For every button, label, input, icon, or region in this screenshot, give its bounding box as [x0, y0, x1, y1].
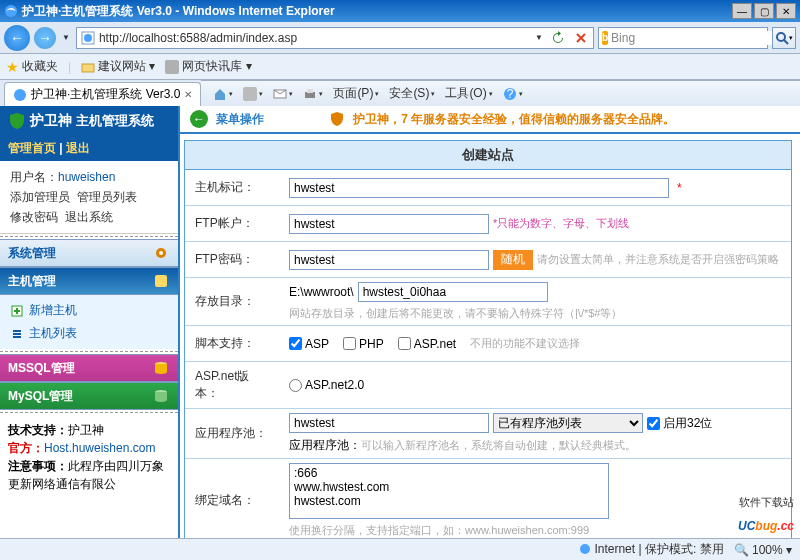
ftp-pwd-input[interactable]: [289, 250, 489, 270]
address-dropdown[interactable]: ▼: [533, 33, 545, 42]
script-hint: 不用的功能不建议选择: [470, 336, 580, 351]
tools-menu[interactable]: 工具(O)▾: [445, 85, 492, 102]
maximize-button[interactable]: ▢: [754, 3, 774, 19]
admin-list-link[interactable]: 管理员列表: [77, 190, 137, 204]
favorites-label: 收藏夹: [22, 58, 58, 75]
required-icon: *: [677, 181, 682, 195]
new-host-link[interactable]: 新增主机: [10, 299, 168, 322]
host-mark-input[interactable]: [289, 178, 669, 198]
user-info-block: 用户名：huweishen 添加管理员 管理员列表 修改密码 退出系统: [0, 161, 178, 234]
refresh-button[interactable]: [548, 28, 568, 48]
sidebar: 护卫神 主机管理系统 管理首页 | 退出 用户名：huweishen 添加管理员…: [0, 106, 180, 538]
form-title: 创建站点: [185, 141, 791, 170]
server-icon: [152, 272, 170, 290]
internet-zone: Internet | 保护模式: 禁用: [579, 541, 724, 558]
ftp-user-input[interactable]: [289, 214, 489, 234]
svg-rect-7: [243, 87, 257, 101]
home-button[interactable]: ▾: [213, 87, 233, 101]
search-bar: b Bing: [598, 27, 768, 49]
globe-icon: [579, 543, 591, 555]
db-icon-2: [152, 387, 170, 405]
sidebar-cat-mysql[interactable]: MySQL管理: [0, 382, 178, 410]
address-bar: ▼: [76, 27, 594, 49]
svg-point-3: [777, 33, 785, 41]
aspnet2-radio[interactable]: ASP.net2.0: [289, 378, 364, 392]
ftp-user-label: FTP帐户：: [185, 209, 281, 238]
history-dropdown[interactable]: ▼: [60, 33, 72, 42]
suggested-sites-link[interactable]: 建议网站 ▾: [81, 58, 155, 75]
brand-name: 护卫神: [30, 112, 72, 130]
random-button[interactable]: 随机: [493, 250, 533, 270]
nav-home-link[interactable]: 管理首页: [8, 141, 56, 155]
forward-button[interactable]: →: [34, 27, 56, 49]
help-button[interactable]: ?▾: [503, 87, 523, 101]
close-button[interactable]: ✕: [776, 3, 796, 19]
pool-select[interactable]: 已有程序池列表: [493, 413, 643, 433]
sidebar-cat-system[interactable]: 系统管理: [0, 239, 178, 267]
ftp-pwd-label: FTP密码：: [185, 245, 281, 274]
enable-32bit-checkbox[interactable]: 启用32位: [647, 415, 712, 432]
list-icon: [10, 327, 24, 341]
sidebar-cat-mssql[interactable]: MSSQL管理: [0, 354, 178, 382]
svg-point-6: [14, 89, 26, 101]
host-list-link[interactable]: 主机列表: [10, 322, 168, 345]
pool-input[interactable]: [289, 413, 489, 433]
shield-icon: [329, 111, 345, 127]
address-input[interactable]: [99, 31, 533, 45]
official-link[interactable]: Host.huweishen.com: [44, 441, 155, 455]
window-titlebar: 护卫神·主机管理系统 Ver3.0 - Windows Internet Exp…: [0, 0, 800, 22]
sidebar-nav: 管理首页 | 退出: [0, 136, 178, 161]
svg-rect-15: [155, 275, 167, 287]
feeds-button[interactable]: ▾: [243, 87, 263, 101]
minimize-button[interactable]: —: [732, 3, 752, 19]
asp-checkbox[interactable]: ASP: [289, 337, 329, 351]
zoom-control[interactable]: 🔍 100% ▾: [734, 543, 792, 557]
page-icon: [80, 30, 96, 46]
domain-hint: 使用换行分隔，支持指定端口，如：www.huweishen.com:999: [289, 523, 783, 538]
bing-icon: b: [602, 31, 608, 45]
brand-subtitle: 主机管理系统: [76, 112, 154, 130]
nav-exit-link[interactable]: 退出: [66, 141, 90, 155]
sidebar-cat-host[interactable]: 主机管理: [0, 267, 178, 295]
back-arrow-icon[interactable]: ←: [190, 110, 208, 128]
favorites-button[interactable]: ★收藏夹: [6, 58, 58, 75]
page-menu[interactable]: 页面(P)▾: [333, 85, 379, 102]
safety-menu[interactable]: 安全(S)▾: [389, 85, 435, 102]
domain-textarea[interactable]: [289, 463, 609, 519]
navigation-bar: ← → ▼ ▼ b Bing ▾: [0, 22, 800, 54]
exit-system-link[interactable]: 退出系统: [65, 210, 113, 224]
aspnet-checkbox[interactable]: ASP.net: [398, 337, 456, 351]
path-input[interactable]: [358, 282, 548, 302]
search-input[interactable]: [635, 31, 785, 45]
pool-line2-label: 应用程序池：: [289, 438, 361, 452]
gear-icon: [152, 244, 170, 262]
search-engine-label: Bing: [611, 31, 635, 45]
svg-point-19: [580, 544, 590, 554]
change-password-link[interactable]: 修改密码: [10, 210, 58, 224]
username-label: 用户名：: [10, 170, 58, 184]
db-icon: [152, 359, 170, 377]
tab-favicon: [13, 88, 27, 102]
window-title: 护卫神·主机管理系统 Ver3.0 - Windows Internet Exp…: [22, 3, 730, 20]
ftp-pwd-hint: 请勿设置太简单，并注意系统是否开启强密码策略: [537, 252, 779, 267]
back-button[interactable]: ←: [4, 25, 30, 51]
print-button[interactable]: ▾: [303, 87, 323, 101]
mail-button[interactable]: ▾: [273, 87, 293, 101]
username-value: huweishen: [58, 170, 115, 184]
search-button[interactable]: ▾: [772, 27, 796, 49]
status-bar: Internet | 保护模式: 禁用 🔍 100% ▾: [0, 538, 800, 560]
web-slice-link[interactable]: 网页快讯库 ▾: [165, 58, 251, 75]
home-icon: [213, 87, 227, 101]
host-submenu: 新增主机 主机列表: [0, 295, 178, 349]
domain-label: 绑定域名：: [185, 486, 281, 515]
php-checkbox[interactable]: PHP: [343, 337, 384, 351]
add-admin-link[interactable]: 添加管理员: [10, 190, 70, 204]
stop-button[interactable]: [571, 28, 591, 48]
svg-rect-4: [82, 64, 94, 72]
path-prefix: E:\wwwroot\: [289, 285, 354, 299]
host-mark-label: 主机标记：: [185, 173, 281, 202]
tab-close-icon[interactable]: ✕: [184, 89, 192, 100]
browser-tab[interactable]: 护卫神·主机管理系统 Ver3.0 ✕: [4, 82, 201, 106]
ftp-user-hint: *只能为数字、字母、下划线: [493, 216, 629, 231]
aspnet-ver-label: ASP.net版本：: [185, 362, 281, 408]
